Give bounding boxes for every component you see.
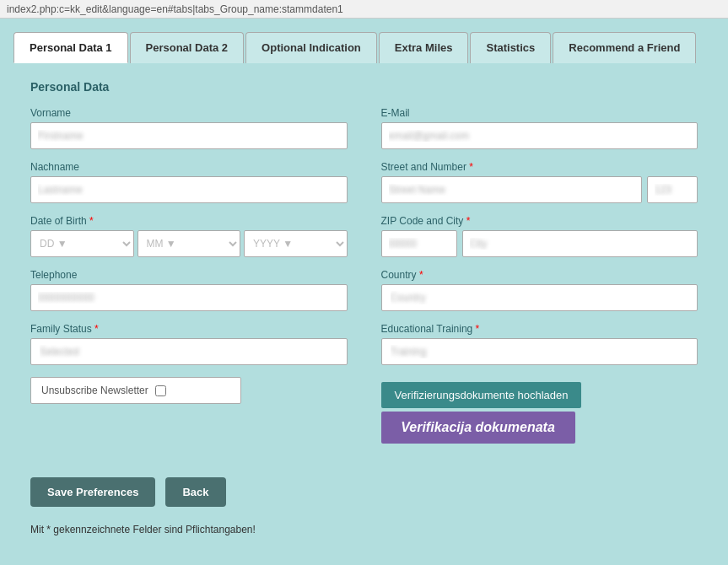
educational-label: Educational Training * — [381, 323, 698, 335]
verification-button[interactable]: Verifikacija dokumenata — [381, 412, 575, 444]
family-row: Selected — [30, 338, 348, 365]
zip-city-label: ZIP Code and City * — [381, 215, 698, 227]
tab-extra-miles[interactable]: Extra Miles — [379, 32, 469, 63]
educational-group: Educational Training * Training — [381, 323, 698, 365]
family-status-select[interactable]: Selected — [30, 338, 348, 365]
upload-button[interactable]: Verifizierungsdokumente hochladen — [381, 382, 582, 408]
tab-bar: Personal Data 1 Personal Data 2 Optional… — [0, 19, 728, 63]
dob-day-select[interactable]: DD ▼ — [30, 230, 134, 257]
email-group: E-Mail — [381, 107, 698, 149]
tab-personal-data-2[interactable]: Personal Data 2 — [130, 32, 245, 63]
tab-optional-indication[interactable]: Optional Indication — [245, 32, 377, 63]
dob-label: Date of Birth * — [30, 215, 348, 227]
telephone-group: Telephone — [30, 269, 348, 311]
nachname-label: Nachname — [30, 161, 348, 173]
country-select[interactable]: Country — [381, 284, 698, 311]
tab-recommend-a-friend[interactable]: Recommend a Friend — [553, 32, 696, 63]
form-grid: Vorname Nachname Date of Birth * — [30, 107, 698, 455]
required-note: Mit * gekennzeichnete Felder sind Pflich… — [0, 520, 728, 539]
country-label: Country * — [381, 269, 698, 281]
street-group: Street and Number * — [381, 161, 698, 203]
family-status-label: Family Status * — [30, 323, 348, 335]
city-input[interactable] — [462, 230, 698, 257]
section-title: Personal Data — [30, 80, 698, 94]
zip-city-group: ZIP Code and City * — [381, 215, 698, 257]
email-label: E-Mail — [381, 107, 698, 119]
educational-select[interactable]: Training — [381, 338, 698, 365]
number-input[interactable] — [647, 176, 698, 203]
tab-personal-data-1[interactable]: Personal Data 1 — [13, 32, 128, 63]
dob-group: Date of Birth * DD ▼ MM ▼ YYYY ▼ — [30, 215, 348, 257]
street-label: Street and Number * — [381, 161, 698, 173]
bottom-bar: Save Preferences Back — [0, 464, 728, 520]
nachname-group: Nachname — [30, 161, 348, 203]
street-input[interactable] — [381, 176, 643, 203]
content-area: Personal Data Vorname Nachname Date of — [13, 63, 715, 464]
vorname-input[interactable] — [30, 122, 348, 149]
save-preferences-button[interactable]: Save Preferences — [30, 477, 155, 507]
nachname-input[interactable] — [30, 176, 348, 203]
upload-group: Verifizierungsdokumente hochladen Verifi… — [381, 377, 698, 444]
main-container: Personal Data 1 Personal Data 2 Optional… — [0, 19, 728, 565]
left-column: Vorname Nachname Date of Birth * — [30, 107, 348, 455]
newsletter-checkbox[interactable] — [155, 385, 166, 396]
family-status-group: Family Status * Selected — [30, 323, 348, 365]
vorname-label: Vorname — [30, 107, 348, 119]
dob-row: DD ▼ MM ▼ YYYY ▼ — [30, 230, 348, 257]
country-group: Country * Country — [381, 269, 698, 311]
dob-month-select[interactable]: MM ▼ — [138, 230, 241, 257]
street-row — [381, 176, 698, 203]
zip-row — [381, 230, 698, 257]
newsletter-checkbox-group[interactable]: Unsubscribe Newsletter — [30, 377, 241, 404]
telephone-label: Telephone — [30, 269, 348, 281]
vorname-group: Vorname — [30, 107, 348, 149]
dob-year-select[interactable]: YYYY ▼ — [244, 230, 348, 257]
zip-input[interactable] — [381, 230, 457, 257]
email-input[interactable] — [381, 122, 698, 149]
url-bar: index2.php:c=kk_edit&language=en#tabs|ta… — [0, 0, 728, 19]
telephone-input[interactable] — [30, 284, 348, 311]
back-button[interactable]: Back — [165, 477, 225, 507]
tab-statistics[interactable]: Statistics — [470, 32, 551, 63]
country-row: Country — [381, 284, 698, 311]
newsletter-label: Unsubscribe Newsletter — [41, 385, 148, 396]
edu-row: Training — [381, 338, 698, 365]
right-column: E-Mail Street and Number * — [381, 107, 698, 455]
